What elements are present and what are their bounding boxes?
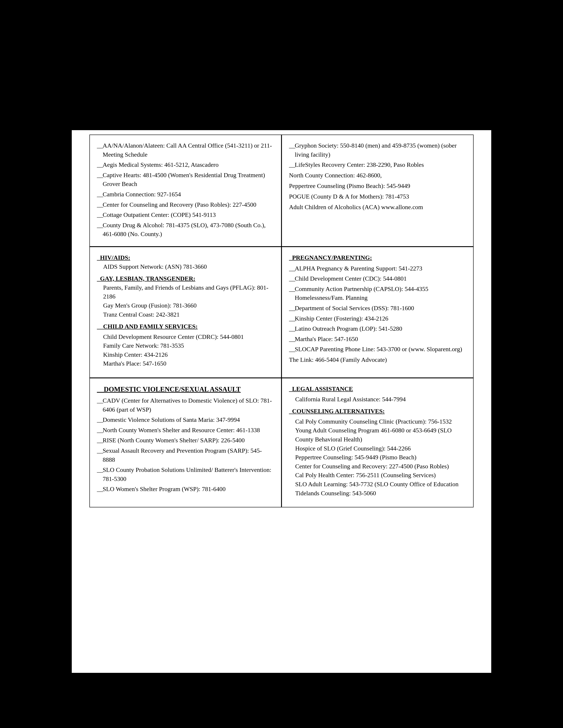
item-text: Gryphon Society: 550-8140 (men) and 459-… [295,141,466,159]
list-item: __ Latino Outreach Program (LOP): 541-52… [289,324,466,333]
list-item: __ Kinship Center (Fostering): 434-2126 [289,314,466,323]
legal-section: _LEGAL ASSISTANCE California Rural Legal… [289,385,466,404]
item-text: ALPHA Pregnancy & Parenting Support: 541… [295,264,422,273]
list-item: __ Cambria Connection: 927-1654 [97,190,274,199]
checkbox: __ [289,160,295,169]
list-item: Adult Children of Alcoholics (ACA) www.a… [289,203,466,212]
checkbox: __ [97,190,103,199]
checkbox: __ [289,264,295,273]
counseling-section: _COUNSELING ALTERNATIVES: Cal Poly Commu… [289,407,466,498]
list-item: __ Captive Hearts: 481-4500 (Women's Res… [97,171,274,189]
checkbox: __ [97,415,103,424]
list-item: __ RISE (North County Women's Shelter/ S… [97,436,274,445]
row1-grid: __ AA/NA/Alanon/Alateen: Call AA Central… [89,135,474,247]
list-item: __ SLOCAP Parenting Phone Line: 543-3700… [289,345,466,354]
item-text: County Drug & Alcohol: 781-4375 (SLO), 4… [103,221,274,239]
item-text: Tranz Central Coast: 242-3821 [97,310,274,319]
item-text: LifeStyles Recovery Center: 238-2290, Pa… [295,160,424,169]
list-item: __ Department of Social Services (DSS): … [289,304,466,313]
item-text: Kinship Center (Fostering): 434-2126 [295,314,388,323]
item-text: Family Care Network: 781-3535 [97,341,274,350]
checkbox: __ [97,171,103,180]
row1-left-cell: __ AA/NA/Alanon/Alateen: Call AA Central… [89,135,282,247]
list-item: __ Martha's Place: 547-1650 [289,335,466,344]
section-header-hiv: _HIV/AIDS: [97,254,130,261]
item-text: Cal Poly Community Counseling Clinic (Pr… [289,417,466,426]
item-text: Sexual Assault Recovery and Prevention P… [103,446,274,464]
list-item: North County Connection: 462-8600, [289,171,466,180]
gay-lesbian-section: _GAY, LESBIAN, TRANSGENDER: Parents, Fam… [97,274,274,319]
list-item: __ North County Women's Shelter and Reso… [97,426,274,435]
checkbox: __ [97,200,103,209]
item-text: California Rural Legal Assistance: 544-7… [289,395,466,404]
item-text: CADV (Center for Alternatives to Domesti… [103,396,274,414]
item-text: Latino Outreach Program (LOP): 541-5280 [295,324,402,333]
checkbox: __ [289,274,295,283]
list-item: __ County Drug & Alcohol: 781-4375 (SLO)… [97,221,274,239]
checkbox: __ [97,485,103,494]
row1-right-cell: __ Gryphon Society: 550-8140 (men) and 4… [282,135,474,247]
item-text: Child Development Center (CDC): 544-0801 [295,274,407,283]
list-item: __ Domestic Violence Solutions of Santa … [97,415,274,424]
item-text: North County Women's Shelter and Resourc… [103,426,260,435]
checkbox: __ [97,160,103,169]
item-text: Department of Social Services (DSS): 781… [295,304,414,313]
list-item: __ Sexual Assault Recovery and Preventio… [97,446,274,464]
checkbox: __ [289,304,295,313]
list-item: __ Aegis Medical Systems: 461-5212, Atas… [97,160,274,169]
list-item: __ ALPHA Pregnancy & Parenting Support: … [289,264,466,273]
item-text: Martha's Place: 547-1650 [295,335,358,344]
child-family-section: __CHILD AND FAMILY SERVICES: Child Devel… [97,322,274,368]
list-item: __ Cottage Outpatient Center: (COPE) 541… [97,210,274,220]
top-black-area [72,55,491,130]
row2-grid: _HIV/AIDS: AIDS Support Network: (ASN) 7… [89,247,474,378]
checkbox: __ [289,345,295,354]
list-item: POGUE (County D & A for Mothers): 781-47… [289,192,466,201]
checkbox: __ [97,436,103,445]
section-header-child: __CHILD AND FAMILY SERVICES: [97,322,274,331]
item-text: Kinship Center: 434-2126 [97,350,274,359]
item-text: RISE (North County Women's Shelter/ SARP… [103,436,244,445]
item-text: Parents, Family, and Friends of Lesbians… [97,283,274,301]
checkbox: __ [289,285,295,294]
item-text: SLOCAP Parenting Phone Line: 543-3700 or… [295,345,462,354]
item-text: Captive Hearts: 481-4500 (Women's Reside… [103,171,274,189]
item-text: SLO County Probation Solutions Unlimited… [103,465,274,483]
checkbox: __ [97,426,103,435]
section-header-gay: _GAY, LESBIAN, TRANSGENDER: [97,275,195,282]
hiv-aids-section: _HIV/AIDS: AIDS Support Network: (ASN) 7… [97,253,274,271]
checkbox: __ [289,324,295,333]
list-item: __ SLO Women's Shelter Program (WSP): 78… [97,485,274,494]
item-text: AIDS Support Network: (ASN) 781-3660 [97,262,274,271]
item-text: Tidelands Counseling: 543-5060 [289,489,466,498]
item-text: Young Adult Counseling Program 461-6080 … [289,426,466,444]
item-text: Center for Counseling and Recovery: 227-… [289,462,466,471]
row2-right-cell: _PREGNANCY/PARENTING: __ ALPHA Pregnancy… [282,247,474,378]
bottom-spacer [89,507,474,552]
item-text: Cal Poly Health Center: 756-2511 (Counse… [289,471,466,480]
item-text: Child Development Resource Center (CDRC)… [97,332,274,341]
item-text: Aegis Medical Systems: 461-5212, Atascad… [103,160,218,169]
list-item: __ Center for Counseling and Recovery (P… [97,200,274,209]
checkbox: __ [289,335,295,344]
item-text: Community Action Partnership (CAPSLO): 5… [295,285,466,302]
item-text: Martha's Place: 547-1650 [97,359,274,368]
section-header-dv: __DOMESTIC VIOLENCE/SEXUAL ASSAULT [97,385,274,394]
list-item: __ Gryphon Society: 550-8140 (men) and 4… [289,141,466,159]
item-text: Domestic Violence Solutions of Santa Mar… [103,415,240,424]
row3-left-cell: __DOMESTIC VIOLENCE/SEXUAL ASSAULT __ CA… [89,378,282,507]
list-item: __ CADV (Center for Alternatives to Dome… [97,396,274,414]
checkbox: __ [97,465,103,475]
list-item: __ Community Action Partnership (CAPSLO)… [289,285,466,302]
item-text: Gay Men's Group (Fusion): 781-3660 [97,301,274,310]
row3-right-cell: _LEGAL ASSISTANCE California Rural Legal… [282,378,474,507]
checkbox: __ [97,396,103,405]
page: __ AA/NA/Alanon/Alateen: Call AA Central… [72,55,491,673]
list-item: __ LifeStyles Recovery Center: 238-2290,… [289,160,466,169]
list-item: __ Child Development Center (CDC): 544-0… [289,274,466,283]
row2-left-cell: _HIV/AIDS: AIDS Support Network: (ASN) 7… [89,247,282,378]
item-text: Center for Counseling and Recovery (Paso… [103,200,256,209]
section-header-counseling: _COUNSELING ALTERNATIVES: [289,407,466,416]
list-item: __ SLO County Probation Solutions Unlimi… [97,465,274,483]
checkbox: __ [289,314,295,323]
